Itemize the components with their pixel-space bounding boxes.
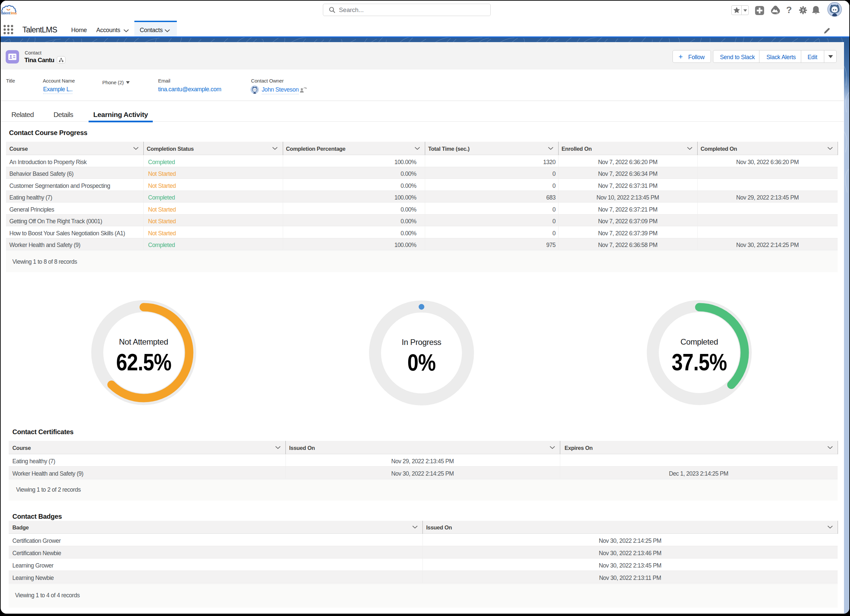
svg-text:lms: lms: [11, 11, 17, 15]
svg-text:talent: talent: [1, 11, 10, 15]
